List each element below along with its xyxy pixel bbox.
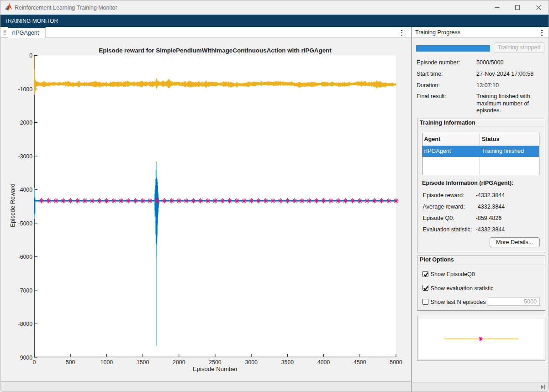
svg-text:2000: 2000	[173, 359, 185, 366]
svg-text:3000: 3000	[245, 359, 258, 366]
svg-text:Episode Reward: Episode Reward	[9, 183, 16, 227]
svg-text:-9000: -9000	[18, 355, 33, 361]
svg-text:500: 500	[66, 359, 75, 366]
svg-text:4500: 4500	[354, 359, 366, 366]
svg-text:4000: 4000	[317, 359, 330, 366]
svg-text:0: 0	[33, 359, 36, 366]
svg-text:-1000: -1000	[18, 86, 33, 93]
svg-text:-6000: -6000	[18, 254, 33, 260]
svg-text:-7000: -7000	[18, 287, 33, 294]
svg-text:1000: 1000	[100, 359, 113, 366]
svg-text:-5000: -5000	[18, 220, 33, 227]
svg-text:-2000: -2000	[18, 120, 33, 126]
svg-text:0: 0	[29, 52, 32, 59]
svg-text:3500: 3500	[281, 359, 294, 366]
svg-text:1500: 1500	[137, 359, 149, 366]
svg-text:2500: 2500	[209, 359, 222, 366]
svg-text:5000: 5000	[390, 359, 402, 366]
svg-text:Episode Number: Episode Number	[193, 366, 238, 372]
svg-text:-8000: -8000	[18, 321, 33, 327]
svg-text:-3000: -3000	[18, 153, 33, 160]
svg-text:Episode reward for SimplePendl: Episode reward for SimplePendlumWithImag…	[99, 47, 332, 54]
svg-text:-4000: -4000	[18, 187, 33, 193]
